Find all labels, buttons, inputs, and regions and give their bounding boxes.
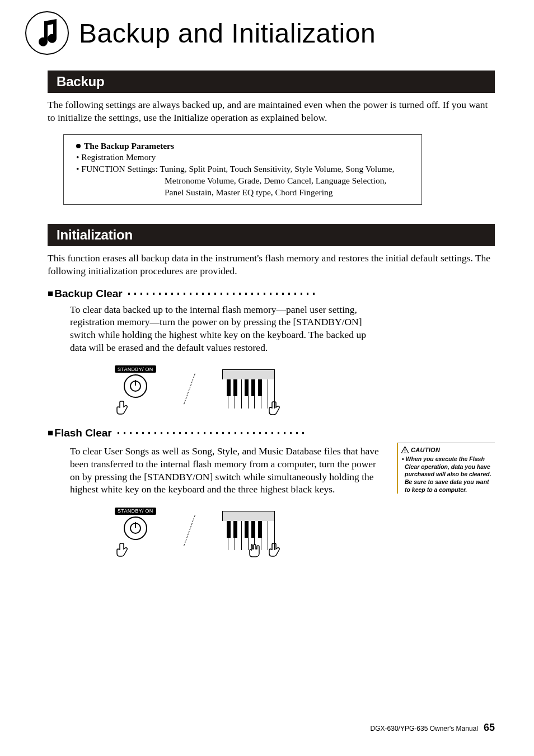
subheading-flash-clear: ■Flash Clear	[48, 427, 495, 439]
hand-icon	[115, 542, 132, 557]
section-bar-backup: Backup	[48, 71, 495, 93]
standby-label: STANDBY/ ON	[115, 508, 156, 515]
hand-icon	[267, 401, 284, 415]
dot-leader	[115, 430, 306, 436]
hand-icon	[246, 543, 263, 558]
param-hang: Panel Sustain, Master EQ type, Chord Fin…	[165, 187, 413, 199]
standby-label: STANDBY/ ON	[115, 365, 156, 373]
backup-parameters-box: The Backup Parameters • Registration Mem…	[63, 134, 422, 205]
param-bullet: • FUNCTION Settings: Tuning, Split Point…	[76, 163, 413, 175]
caution-title-text: CAUTION	[411, 447, 440, 453]
hand-icon	[267, 542, 284, 557]
footer: DGX-630/YPG-635 Owner's Manual 65	[371, 722, 495, 734]
footer-page-number: 65	[484, 722, 495, 734]
standby-button-icon	[124, 516, 147, 540]
dot-leader	[126, 290, 316, 297]
section-bar-initialization: Initialization	[48, 224, 495, 246]
backup-intro: The following settings are always backed…	[48, 98, 495, 124]
keyboard-icon	[222, 369, 275, 408]
illustration-backup-clear: STANDBY/ ON	[115, 363, 495, 415]
keyboard-icon	[222, 511, 275, 550]
standby-button-icon	[124, 374, 147, 398]
hand-icon	[115, 400, 132, 415]
subheading-backup-clear: ■Backup Clear	[48, 288, 495, 300]
flash-clear-text: To clear User Songs as well as Song, Sty…	[70, 445, 387, 496]
caution-body: When you execute the Flash Clear operati…	[401, 456, 495, 494]
page-title: Backup and Initialization	[79, 18, 376, 49]
separator-slash	[181, 369, 198, 408]
illustration-flash-clear: STANDBY/ ON	[115, 505, 387, 557]
init-intro: This function erases all backup data in …	[48, 252, 495, 278]
caution-box: CAUTION When you execute the Flash Clear…	[397, 443, 495, 494]
separator-slash	[181, 511, 198, 550]
param-title: The Backup Parameters	[84, 141, 174, 151]
svg-point-1	[405, 452, 406, 453]
backup-clear-text: To clear data backed up to the internal …	[70, 303, 366, 354]
footer-manual: DGX-630/YPG-635 Owner's Manual	[371, 725, 478, 732]
music-note-icon	[25, 11, 69, 55]
caution-triangle-icon	[401, 447, 409, 453]
param-bullet: • Registration Memory	[76, 152, 413, 163]
param-hang: Metronome Volume, Grade, Demo Cancel, La…	[165, 175, 413, 187]
